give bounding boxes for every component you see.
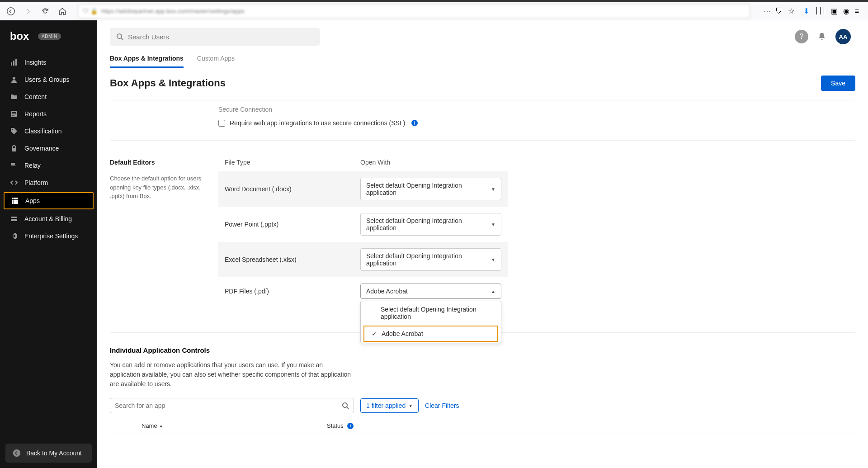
svg-rect-15: [12, 200, 14, 202]
sidebar-item-governance[interactable]: Governance: [0, 140, 97, 157]
back-button[interactable]: [5, 5, 17, 18]
chevron-down-icon: ▼: [491, 222, 495, 227]
more-icon[interactable]: ⋯: [764, 7, 771, 15]
dropdown-option-acrobat[interactable]: ✓Adobe Acrobat: [363, 326, 498, 342]
sidebar-item-label: Classification: [24, 128, 61, 135]
main-content: ? AA Box Apps & Integrations Custom Apps…: [97, 20, 868, 468]
svg-rect-12: [12, 198, 14, 199]
bookmark-icon[interactable]: ☆: [788, 7, 794, 15]
svg-rect-14: [16, 198, 18, 199]
chevron-down-icon: ▼: [491, 187, 495, 192]
app-search-input[interactable]: [115, 402, 342, 409]
sidebar-item-label: Account & Billing: [24, 215, 72, 222]
info-icon[interactable]: i: [347, 423, 354, 429]
ssl-label: Require web app integrations to use secu…: [230, 119, 405, 127]
logo: box ADMIN: [0, 20, 97, 52]
svg-text:box: box: [10, 30, 29, 42]
menu-icon[interactable]: ≡: [855, 7, 859, 15]
svg-rect-19: [14, 202, 16, 204]
filetype-label: Word Document (.docx): [225, 185, 360, 193]
search-input[interactable]: [128, 33, 314, 41]
apps-icon: [11, 197, 19, 205]
svg-point-10: [12, 129, 13, 130]
sidebar-item-label: Users & Groups: [24, 76, 70, 83]
search-users[interactable]: [110, 28, 320, 46]
ssl-checkbox[interactable]: [218, 120, 225, 127]
help-icon[interactable]: ?: [795, 30, 808, 43]
back-to-account-button[interactable]: Back to My Account: [5, 444, 92, 463]
info-icon[interactable]: i: [411, 120, 418, 126]
editor-row-excel: Excel Spreadsheet (.xlsx) Select default…: [218, 242, 508, 277]
svg-rect-9: [12, 115, 14, 116]
chevron-up-icon: ▲: [491, 289, 495, 294]
filetype-label: Power Point (.pptx): [225, 221, 360, 228]
url-bar[interactable]: 🛡 🔒 https://adobepartner.app.box.com/mas…: [78, 4, 750, 19]
report-icon: [10, 110, 18, 118]
ssl-checkbox-row[interactable]: Require web app integrations to use secu…: [218, 119, 747, 127]
secure-heading: Secure Connection: [218, 106, 747, 113]
sidebar-toggle-icon[interactable]: ▣: [831, 7, 838, 15]
sidebar-item-enterprise[interactable]: Enterprise Settings: [0, 227, 97, 245]
select-pdf[interactable]: Adobe Acrobat▲: [360, 284, 501, 299]
search-icon: [116, 33, 123, 40]
flag-icon: [10, 161, 18, 170]
individual-description: You can add or remove applications that …: [110, 360, 354, 389]
select-word[interactable]: Select default Opening Integration appli…: [360, 178, 501, 200]
clear-filters-link[interactable]: Clear Filters: [425, 402, 459, 409]
app-search[interactable]: [110, 398, 354, 413]
home-button[interactable]: [56, 5, 69, 18]
select-ppt[interactable]: Select default Opening Integration appli…: [360, 213, 501, 236]
sidebar-item-apps[interactable]: Apps: [4, 192, 94, 209]
sidebar-item-label: Enterprise Settings: [24, 232, 78, 240]
sidebar-item-platform[interactable]: Platform: [0, 174, 97, 191]
save-button[interactable]: Save: [821, 76, 855, 91]
filter-button[interactable]: 1 filter applied▼: [360, 398, 419, 413]
notifications-icon[interactable]: [817, 32, 826, 41]
chevron-down-icon: ▼: [491, 257, 495, 262]
sidebar-item-reports[interactable]: Reports: [0, 105, 97, 123]
back-label: Back to My Account: [26, 449, 82, 457]
account-icon[interactable]: ◉: [843, 7, 849, 15]
admin-badge: ADMIN: [38, 33, 61, 40]
browser-toolbar: 🛡 🔒 https://adobepartner.app.box.com/mas…: [0, 2, 868, 20]
tab-box-apps[interactable]: Box Apps & Integrations: [110, 50, 184, 68]
select-excel[interactable]: Select default Opening Integration appli…: [360, 248, 501, 271]
pocket-icon[interactable]: ⛉: [775, 7, 783, 15]
sidebar-item-relay[interactable]: Relay: [0, 157, 97, 174]
chart-icon: [10, 58, 18, 66]
code-icon: [10, 179, 18, 187]
col-openwith: Open With: [360, 159, 390, 166]
sidebar-item-users[interactable]: Users & Groups: [0, 71, 97, 88]
sidebar-item-billing[interactable]: Account & Billing: [0, 210, 97, 227]
avatar[interactable]: AA: [835, 29, 851, 44]
sidebar-item-insights[interactable]: Insights: [0, 54, 97, 71]
card-icon: [10, 215, 18, 223]
svg-point-5: [13, 77, 15, 80]
filetype-label: PDF Files (.pdf): [225, 288, 360, 295]
chevron-left-icon: [13, 449, 21, 457]
svg-rect-2: [11, 62, 12, 66]
chevron-down-icon: ▼: [408, 403, 413, 408]
reload-button[interactable]: [39, 5, 52, 18]
sidebar-item-label: Platform: [24, 179, 48, 186]
sort-asc-icon: ▲: [159, 424, 163, 428]
filetype-label: Excel Spreadsheet (.xlsx): [225, 256, 360, 263]
col-name[interactable]: Name▲: [110, 422, 327, 429]
svg-point-24: [117, 34, 122, 38]
tabs: Box Apps & Integrations Custom Apps: [97, 50, 868, 68]
page-title: Box Apps & Integrations: [110, 77, 226, 89]
sidebar-item-content[interactable]: Content: [0, 88, 97, 105]
svg-rect-17: [16, 200, 18, 202]
lock-icon: [10, 144, 18, 152]
library-icon[interactable]: ⏐⏐⏐: [815, 7, 826, 15]
tag-icon: [10, 127, 18, 135]
sidebar-item-classification[interactable]: Classification: [0, 123, 97, 140]
forward-button[interactable]: [22, 5, 34, 18]
dropdown-option-default[interactable]: Select default Opening Integration appli…: [361, 301, 501, 325]
svg-rect-11: [12, 148, 16, 151]
svg-point-23: [13, 449, 21, 457]
download-icon[interactable]: ⬇: [803, 7, 809, 15]
editors-description: Choose the default option for users open…: [110, 174, 205, 201]
tab-custom-apps[interactable]: Custom Apps: [197, 50, 235, 68]
sidebar-item-label: Reports: [24, 110, 47, 118]
